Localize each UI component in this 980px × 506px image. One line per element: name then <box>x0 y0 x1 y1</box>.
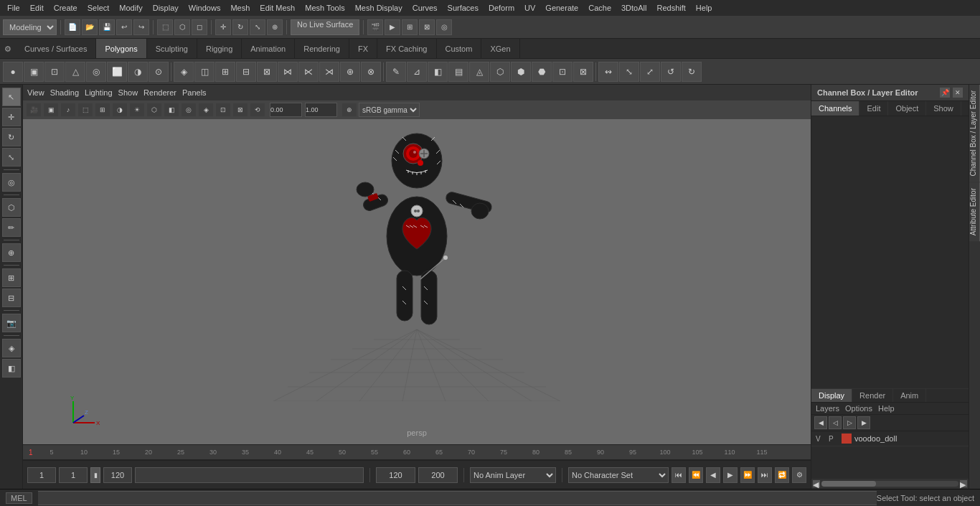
layer-playback[interactable]: P <box>829 435 839 443</box>
poly5-icon-btn[interactable]: ⊠ <box>257 62 277 82</box>
deform4-icon-btn[interactable]: ↺ <box>661 62 681 82</box>
poly7-icon-btn[interactable]: ⋉ <box>298 62 319 82</box>
tab-edit[interactable]: Edit <box>859 101 888 116</box>
vp-film-btn[interactable]: ▣ <box>43 103 59 117</box>
menu-select[interactable]: Select <box>83 2 114 14</box>
poly1-icon-btn[interactable]: ◈ <box>174 62 194 82</box>
menu-mesh-display[interactable]: Mesh Display <box>351 2 407 14</box>
vp-aa-btn[interactable]: ◈ <box>198 103 214 117</box>
help-menu[interactable]: Help <box>878 404 895 413</box>
options-menu[interactable]: Options <box>845 404 872 413</box>
tab-sculpting[interactable]: Sculpting <box>147 39 197 58</box>
layer-tab-display[interactable]: Display <box>811 389 852 402</box>
paint-btn[interactable]: ◻ <box>192 19 207 35</box>
channel-box-side-tab[interactable]: Channel Box / Layer Editor <box>969 85 980 182</box>
vp-grid-btn[interactable]: ⊠ <box>232 103 248 117</box>
vp-light-btn[interactable]: ☀ <box>129 103 145 117</box>
edit2-icon-btn[interactable]: ⊿ <box>407 62 427 82</box>
lasso-btn[interactable]: ⬡ <box>174 19 190 35</box>
pin-btn[interactable]: 📌 <box>940 88 950 98</box>
play-back-btn[interactable]: ◀ <box>706 467 720 483</box>
vp-hud-btn[interactable]: ⊡ <box>215 103 231 117</box>
scroll-right-btn[interactable]: ▶ <box>960 480 967 487</box>
vp-shadow-btn[interactable]: ◧ <box>164 103 179 117</box>
menu-modify[interactable]: Modify <box>115 2 146 14</box>
menu-uv[interactable]: UV <box>520 2 540 14</box>
open-btn[interactable]: 📂 <box>82 19 98 35</box>
disk-icon-btn[interactable]: ◑ <box>128 62 148 82</box>
cone-icon-btn[interactable]: △ <box>65 62 85 82</box>
horizontal-scrollbar[interactable]: ◀ ▶ <box>811 479 969 489</box>
poly2-icon-btn[interactable]: ◫ <box>194 62 215 82</box>
vp-sel-btn[interactable]: ⬚ <box>77 103 93 117</box>
show-manip-btn[interactable]: ⊕ <box>2 243 21 262</box>
menu-generate[interactable]: Generate <box>541 2 583 14</box>
tab-custom[interactable]: Custom <box>437 39 482 58</box>
vp-menu-panels[interactable]: Panels <box>182 88 207 97</box>
poly9-icon-btn[interactable]: ⊕ <box>340 62 360 82</box>
vp-shade-btn[interactable]: ◑ <box>112 103 128 117</box>
edit7-icon-btn[interactable]: ⬢ <box>511 62 531 82</box>
tab-xgen[interactable]: XGen <box>481 39 519 58</box>
scroll-track[interactable] <box>821 481 958 487</box>
step-forward-btn[interactable]: ⏩ <box>740 467 755 483</box>
vp-tex-btn[interactable]: ⬡ <box>146 103 162 117</box>
step-back-btn[interactable]: ⏪ <box>689 467 703 483</box>
menu-deform[interactable]: Deform <box>484 2 519 14</box>
menu-file[interactable]: File <box>3 2 24 14</box>
edit3-icon-btn[interactable]: ◧ <box>428 62 448 82</box>
scale-tool-btn[interactable]: ⤡ <box>2 148 21 167</box>
select-tool-btn[interactable]: ↖ <box>2 88 21 106</box>
tab-animation[interactable]: Animation <box>242 39 295 58</box>
end-time-field[interactable] <box>418 467 458 483</box>
no-live-surface-btn[interactable]: No Live Surface <box>291 19 359 35</box>
tab-curves-surfaces[interactable]: Curves / Surfaces <box>16 39 96 58</box>
command-input[interactable] <box>38 491 877 505</box>
poly4-icon-btn[interactable]: ⊟ <box>236 62 256 82</box>
layer-icon-2[interactable]: ◁ <box>829 416 842 429</box>
viewport[interactable]: View Shading Lighting Show Renderer Pane… <box>23 85 811 444</box>
render2-btn[interactable]: ▶ <box>385 19 400 35</box>
universal-btn[interactable]: ⊕ <box>267 19 283 35</box>
move-tool-btn[interactable]: ✛ <box>2 108 21 126</box>
deform5-icon-btn[interactable]: ↻ <box>682 62 702 82</box>
exposure-field[interactable] <box>270 103 302 117</box>
soft-select-btn[interactable]: ◎ <box>2 173 21 192</box>
redo-btn[interactable]: ↪ <box>133 19 149 35</box>
torus-icon-btn[interactable]: ◎ <box>86 62 106 82</box>
render-btn[interactable]: 🎬 <box>367 19 383 35</box>
undo-btn[interactable]: ↩ <box>116 19 132 35</box>
settings-btn[interactable]: ⚙ <box>792 467 806 483</box>
menu-3dtoall[interactable]: 3DtoAll <box>617 2 651 14</box>
layer-icon-1[interactable]: ◀ <box>814 416 827 429</box>
vp-ao-btn[interactable]: ◎ <box>181 103 197 117</box>
deform3-icon-btn[interactable]: ⤢ <box>640 62 660 82</box>
tab-rendering[interactable]: Rendering <box>295 39 349 58</box>
vp-menu-renderer[interactable]: Renderer <box>143 88 176 97</box>
vp-menu-lighting[interactable]: Lighting <box>85 88 113 97</box>
lasso-btn[interactable]: ⬡ <box>2 198 21 217</box>
pipe-icon-btn[interactable]: ⊙ <box>149 62 169 82</box>
edit4-icon-btn[interactable]: ▤ <box>448 62 468 82</box>
tab-object[interactable]: Object <box>888 101 926 116</box>
render5-btn[interactable]: ◎ <box>436 19 452 35</box>
layer-icon-3[interactable]: ▷ <box>843 416 856 429</box>
menu-create[interactable]: Create <box>50 2 82 14</box>
vp-wire-btn[interactable]: ⊞ <box>95 103 110 117</box>
menu-surfaces[interactable]: Surfaces <box>443 2 483 14</box>
tab-fx[interactable]: FX <box>349 39 377 58</box>
gamma-field[interactable] <box>305 103 337 117</box>
menu-help[interactable]: Help <box>692 2 717 14</box>
new-scene-btn[interactable]: 📄 <box>65 19 80 35</box>
menu-windows[interactable]: Windows <box>184 2 225 14</box>
edit6-icon-btn[interactable]: ⬡ <box>490 62 510 82</box>
layer-color-swatch[interactable] <box>842 434 852 444</box>
layers-menu[interactable]: Layers <box>816 404 839 413</box>
paint-sel-btn[interactable]: ✏ <box>2 218 21 237</box>
edit1-icon-btn[interactable]: ✎ <box>386 62 406 82</box>
vp-menu-shading[interactable]: Shading <box>50 88 79 97</box>
settings-icon[interactable]: ⚙ <box>0 39 16 59</box>
plane-icon-btn[interactable]: ⬜ <box>107 62 127 82</box>
sphere-icon-btn[interactable]: ● <box>3 62 23 82</box>
poly6-icon-btn[interactable]: ⋈ <box>278 62 298 82</box>
